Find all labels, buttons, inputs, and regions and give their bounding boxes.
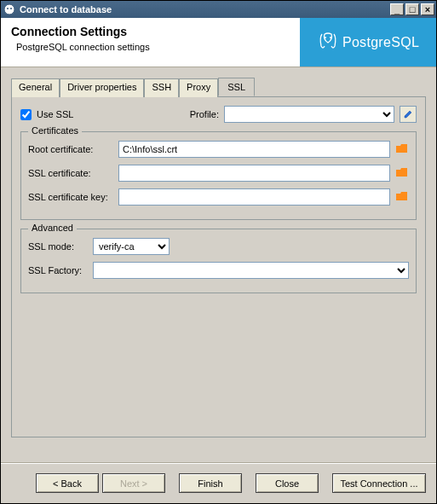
edit-profile-button[interactable] [400, 106, 417, 123]
svg-point-4 [330, 37, 331, 38]
tab-panel-ssl: Use SSL Profile: Certificates Root certi… [11, 96, 426, 437]
certificates-legend: Certificates [28, 125, 82, 136]
ssl-factory-select[interactable] [93, 262, 409, 279]
ssl-mode-select[interactable]: verify-ca [93, 238, 170, 255]
header: Connection Settings PostgreSQL connectio… [1, 18, 436, 67]
root-cert-input[interactable] [118, 141, 390, 158]
folder-icon [396, 144, 408, 154]
close-window-button[interactable]: × [421, 3, 434, 15]
brand-text: PostgreSQL [342, 35, 419, 50]
svg-point-3 [325, 37, 326, 38]
folder-icon [396, 192, 408, 202]
use-ssl-checkbox[interactable] [20, 109, 32, 120]
title-bar: Connect to database _ □ × [0, 0, 437, 18]
app-icon [3, 3, 16, 16]
use-ssl-label: Use SSL [37, 109, 73, 119]
page-title: Connection Settings [11, 25, 290, 38]
tab-ssl[interactable]: SSL [218, 78, 255, 96]
ssl-key-input[interactable] [118, 188, 390, 206]
tab-ssh[interactable]: SSH [144, 78, 179, 97]
finish-button[interactable]: Finish [179, 473, 242, 493]
minimize-button[interactable]: _ [390, 3, 404, 15]
advanced-group: Advanced SSL mode: verify-ca SSL Factory… [20, 229, 417, 293]
profile-label: Profile: [190, 109, 219, 119]
advanced-legend: Advanced [28, 223, 77, 233]
test-connection-button[interactable]: Test Connection ... [332, 473, 426, 493]
pencil-icon [403, 109, 413, 119]
ssl-key-browse-button[interactable] [395, 190, 409, 204]
certificates-group: Certificates Root certificate: SSL certi… [20, 131, 417, 220]
ssl-cert-input[interactable] [118, 165, 390, 182]
maximize-button[interactable]: □ [405, 3, 419, 15]
postgresql-icon [317, 31, 339, 55]
window-title: Connect to database [20, 4, 112, 14]
page-subtitle: PostgreSQL connection settings [11, 42, 290, 52]
root-cert-browse-button[interactable] [395, 142, 409, 156]
ssl-mode-label: SSL mode: [28, 241, 88, 252]
ssl-key-label: SSL certificate key: [28, 192, 113, 202]
profile-select[interactable] [224, 106, 394, 123]
close-button[interactable]: Close [256, 473, 319, 493]
ssl-factory-label: SSL Factory: [28, 265, 88, 275]
tab-proxy[interactable]: Proxy [179, 78, 218, 97]
brand-banner: PostgreSQL [300, 18, 436, 67]
svg-point-2 [10, 8, 12, 9]
next-button[interactable]: Next > [102, 473, 165, 493]
folder-icon [396, 168, 408, 178]
svg-point-1 [7, 8, 9, 9]
tab-general[interactable]: General [11, 78, 60, 97]
tab-strip: General Driver properties SSH Proxy SSL [1, 67, 436, 96]
back-button[interactable]: < Back [36, 473, 99, 493]
root-cert-label: Root certificate: [28, 144, 113, 154]
ssl-cert-label: SSL certificate: [28, 168, 113, 178]
footer: < Back Next > Finish Close Test Connecti… [1, 462, 436, 503]
ssl-cert-browse-button[interactable] [395, 166, 409, 180]
tab-driver-properties[interactable]: Driver properties [60, 78, 144, 97]
svg-point-0 [4, 4, 14, 14]
